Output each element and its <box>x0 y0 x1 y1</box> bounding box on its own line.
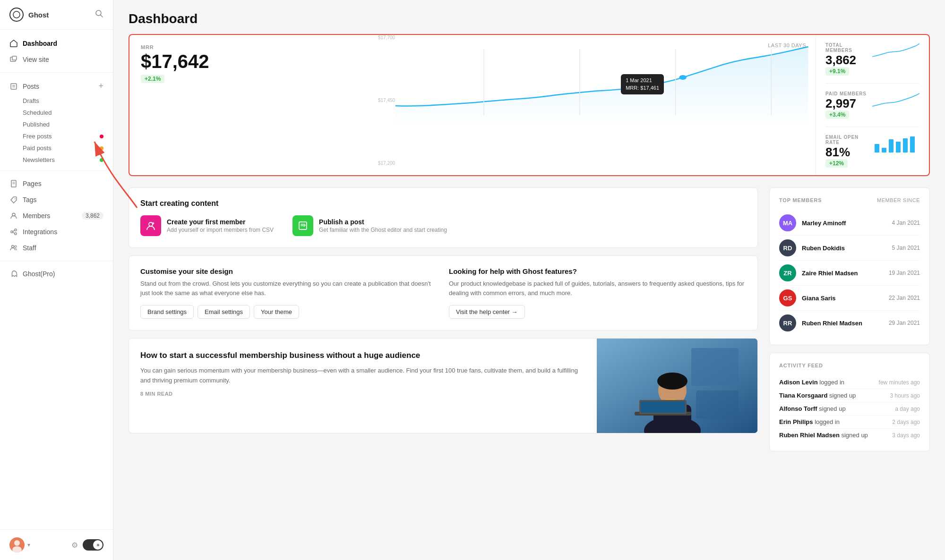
content-main: Start creating content Create your first… <box>129 187 758 451</box>
svg-line-17 <box>13 232 15 234</box>
email-settings-button[interactable]: Email settings <box>198 305 250 319</box>
sidebar: Ghost Dashboard View site Posts + <box>0 0 113 560</box>
sidebar-item-free-posts[interactable]: Free posts <box>0 130 113 142</box>
sidebar-item-scheduled[interactable]: Scheduled <box>0 107 113 119</box>
sidebar-item-posts[interactable]: Posts + <box>0 77 113 95</box>
svg-point-26 <box>679 75 687 80</box>
sidebar-item-view-site[interactable]: View site <box>0 51 113 68</box>
user-menu-button[interactable]: ▾ <box>9 537 30 552</box>
total-members-stat: TOTAL MEMBERS 3,862 +9.1% <box>825 42 919 76</box>
svg-rect-15 <box>15 233 17 235</box>
customise-section: Customise your site design Stand out fro… <box>140 267 438 319</box>
theme-toggle[interactable]: ☀ <box>83 539 103 551</box>
email-open-rate-stat: EMAIL OPEN RATE 81% +12% <box>825 135 919 168</box>
svg-point-21 <box>12 546 22 552</box>
main-content: Dashboard MRR $17,642 +2.1% LAST 30 DAYS… <box>113 0 945 560</box>
activity-row: Erin Philips logged in 2 days ago <box>779 416 920 429</box>
email-open-rate-badge: +12% <box>825 159 848 168</box>
activity-time: a day ago <box>895 406 920 412</box>
member-since-label: MEMBER SINCE <box>877 197 920 203</box>
member-row: GS Giana Saris 22 Jan 2021 <box>779 286 920 311</box>
svg-rect-5 <box>11 84 17 89</box>
home-icon <box>9 39 18 48</box>
your-theme-button[interactable]: Your theme <box>254 305 299 319</box>
mrr-chart-labels: $17,700 $17,450 $17,200 <box>378 35 395 166</box>
sidebar-item-newsletters[interactable]: Newsletters <box>0 154 113 166</box>
paid-members-value: 2,997 <box>825 97 867 110</box>
sidebar-header: Ghost <box>0 0 113 30</box>
activity-text: Alfonso Torff signed up <box>779 405 891 412</box>
paid-members-chart <box>872 91 919 111</box>
integrations-icon <box>9 228 18 236</box>
mrr-label: MRR <box>141 44 362 50</box>
sidebar-item-drafts[interactable]: Drafts <box>0 95 113 107</box>
create-member-desc: Add yourself or import members from CSV <box>167 227 274 233</box>
member-row: MA Marley Aminoff 4 Jan 2021 <box>779 211 920 236</box>
article-image <box>597 339 757 433</box>
settings-icon[interactable]: ⚙ <box>71 541 78 550</box>
create-member-action: Create your first member Add yourself or… <box>140 215 274 236</box>
total-members-chart <box>872 42 919 63</box>
sidebar-item-label: View site <box>23 56 49 63</box>
app-logo[interactable]: Ghost <box>9 8 49 22</box>
member-avatar: RD <box>779 239 796 256</box>
activity-time: 2 days ago <box>892 419 920 425</box>
customise-help-card: Customise your site design Stand out fro… <box>129 255 758 331</box>
svg-rect-29 <box>889 139 893 153</box>
svg-rect-40 <box>691 348 739 386</box>
sidebar-item-pages[interactable]: Pages <box>0 176 113 192</box>
activity-row: Ruben Rhiel Madsen signed up 3 days ago <box>779 429 920 441</box>
page-title: Dashboard <box>129 11 930 26</box>
activity-time: 3 days ago <box>892 432 920 439</box>
member-avatar: ZR <box>779 264 796 281</box>
sidebar-item-tags[interactable]: Tags <box>0 192 113 208</box>
paid-members-info: PAID MEMBERS 2,997 +3.4% <box>825 91 867 119</box>
pages-icon <box>9 179 18 188</box>
sidebar-item-integrations[interactable]: Integrations <box>0 224 113 240</box>
article-title: How to start a successful membership bus… <box>140 350 585 361</box>
email-open-rate-value: 81% <box>825 146 867 158</box>
sidebar-item-ghost-pro[interactable]: Ghost(Pro) <box>0 266 113 282</box>
member-row: RD Ruben Dokidis 5 Jan 2021 <box>779 236 920 261</box>
external-link-icon <box>9 55 18 64</box>
mrr-tooltip: 1 Mar 2021 MRR: $17,461 <box>621 74 664 94</box>
member-avatar: RR <box>779 314 796 331</box>
svg-rect-27 <box>875 144 879 153</box>
staff-icon <box>9 244 18 252</box>
sidebar-footer: ▾ ⚙ ☀ <box>0 529 113 560</box>
paid-posts-dot <box>100 146 103 150</box>
total-members-value: 3,862 <box>825 54 867 66</box>
svg-rect-41 <box>696 390 739 419</box>
activity-row: Adison Levin logged in few minutes ago <box>779 376 920 389</box>
sidebar-item-staff[interactable]: Staff <box>0 240 113 256</box>
sidebar-item-members[interactable]: Members 3,862 <box>0 208 113 224</box>
member-name: Marley Aminoff <box>802 220 886 227</box>
add-post-button[interactable]: + <box>98 81 103 91</box>
tag-icon <box>9 195 18 204</box>
mrr-info: MRR $17,642 +2.1% <box>129 35 373 175</box>
ghost-icon <box>9 270 18 278</box>
member-since-date: 5 Jan 2021 <box>892 245 920 251</box>
sidebar-navigation: Dashboard View site Posts + Drafts Sched… <box>0 30 113 529</box>
brand-settings-button[interactable]: Brand settings <box>140 305 194 319</box>
content-side: TOP MEMBERS MEMBER SINCE MA Marley Amino… <box>769 187 930 451</box>
top-members-title: TOP MEMBERS <box>779 197 822 203</box>
start-creating-title: Start creating content <box>140 199 746 208</box>
mrr-stats: TOTAL MEMBERS 3,862 +9.1% PAID MEMBERS 2… <box>816 35 929 175</box>
help-title: Looking for help with Ghost features? <box>449 267 746 275</box>
member-avatar: GS <box>779 289 796 306</box>
total-members-badge: +9.1% <box>825 67 849 76</box>
activity-row: Tiana Korsgaard signed up 3 hours ago <box>779 389 920 402</box>
member-avatar: MA <box>779 214 796 231</box>
email-open-rate-info: EMAIL OPEN RATE 81% +12% <box>825 135 867 168</box>
total-members-label: TOTAL MEMBERS <box>825 42 867 53</box>
create-member-icon <box>140 215 161 236</box>
sidebar-item-paid-posts[interactable]: Paid posts <box>0 142 113 154</box>
sidebar-item-published[interactable]: Published <box>0 119 113 130</box>
total-members-info: TOTAL MEMBERS 3,862 +9.1% <box>825 42 867 76</box>
sidebar-item-dashboard[interactable]: Dashboard <box>0 35 113 51</box>
help-center-button[interactable]: Visit the help center → <box>449 305 525 319</box>
svg-rect-4 <box>12 56 17 60</box>
search-icon[interactable] <box>95 9 103 20</box>
member-since-date: 4 Jan 2021 <box>892 220 920 226</box>
